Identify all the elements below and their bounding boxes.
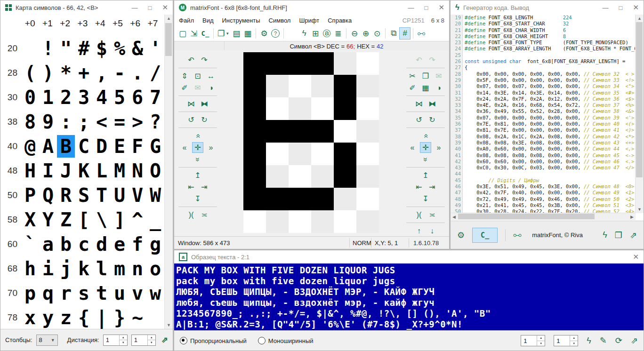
charmap-cell[interactable]: e	[111, 233, 129, 255]
pixel-cell[interactable]	[334, 75, 356, 97]
menu-символ[interactable]: Символ	[269, 17, 291, 24]
charmap-cell[interactable]: @	[21, 135, 39, 158]
charmap-cell[interactable]	[146, 306, 164, 329]
generate-code-icon[interactable]: ϟ	[298, 27, 310, 40]
preview-icon[interactable]: ⧉	[388, 27, 399, 40]
pixel-cell[interactable]	[266, 120, 289, 143]
stepper-down-icon[interactable]: ▼	[148, 340, 155, 345]
rotate-ccw-icon[interactable]: ↺	[185, 114, 197, 125]
align-top-icon[interactable]: ↥	[420, 170, 431, 181]
close-icon[interactable]: ✕	[633, 253, 639, 261]
charmap-cell[interactable]: 0	[21, 86, 39, 109]
scroll-up-icon[interactable]: ▲	[165, 16, 173, 21]
charmap-cell[interactable]: j	[57, 257, 75, 280]
pixel-cell[interactable]	[334, 165, 356, 188]
align-bottom-icon[interactable]: ↧	[192, 193, 203, 204]
flip-horizontal-icon[interactable]: ⋈	[413, 98, 425, 109]
proportional-radio[interactable]: Пропорциональный	[180, 337, 247, 344]
glyph-canvas[interactable]	[243, 52, 379, 233]
scroll-left-icon[interactable]: ◀	[451, 213, 458, 220]
pixel-cell[interactable]	[266, 75, 289, 97]
pixel-cell[interactable]	[289, 165, 311, 188]
scroll-thumb[interactable]	[165, 23, 172, 56]
invert-icon[interactable]: ◑	[205, 82, 217, 93]
charmap-cell[interactable]: 8	[21, 111, 39, 133]
charmap-cell[interactable]: /	[146, 62, 164, 84]
close-icon[interactable]: ✕	[633, 3, 639, 12]
char-width-icon[interactable]: ↔	[205, 71, 217, 81]
align-left-icon[interactable]: ⇤	[185, 182, 197, 192]
charmap-cell[interactable]: 6	[129, 86, 146, 109]
code-vertical-scrollbar[interactable]: ▲ ▼	[635, 15, 644, 213]
charmap-cell[interactable]: u	[111, 282, 129, 304]
refresh-icon[interactable]: ⟳	[615, 335, 622, 346]
distance-x-stepper[interactable]: 1 ▲▼	[103, 335, 128, 346]
pixel-cell[interactable]	[243, 188, 266, 210]
pixel-cell[interactable]	[334, 52, 356, 75]
window-layout-icon[interactable]: ❐▼	[216, 27, 231, 40]
charmap-cell[interactable]: z	[57, 306, 75, 329]
pixel-cell[interactable]	[356, 75, 379, 97]
charmap-cell[interactable]: 2	[57, 86, 75, 109]
pixel-cell[interactable]	[266, 143, 289, 165]
charmap-cell[interactable]: %	[111, 37, 129, 60]
undo-icon[interactable]: ↶	[185, 55, 197, 65]
nudge-up-icon[interactable]: »	[192, 130, 203, 141]
charmap-cell[interactable]: (	[21, 62, 39, 84]
flip-vertical-icon[interactable]: ⧓	[427, 98, 438, 109]
pixel-cell[interactable]	[356, 97, 379, 120]
charmap-cell[interactable]: b	[57, 233, 75, 255]
char-map-icon[interactable]: ⊞	[310, 27, 321, 40]
move-mode-icon[interactable]: ✛	[420, 142, 431, 153]
paste-icon[interactable]: ✉	[433, 71, 444, 81]
charmap-cell[interactable]: &	[129, 37, 146, 60]
redo-icon[interactable]: ↷	[427, 55, 438, 65]
nudge-right-icon[interactable]: »	[205, 142, 217, 153]
move-mode-icon[interactable]: ✛	[192, 142, 203, 153]
rotate-cw-icon[interactable]: ↻	[199, 114, 210, 125]
charmap-cell[interactable]: c	[75, 233, 93, 255]
charmap-cell[interactable]: ?	[146, 111, 164, 133]
scroll-down-icon[interactable]: ▼	[165, 323, 173, 327]
menu-справка[interactable]: Справка	[328, 17, 352, 24]
charmap-cell[interactable]: Q	[39, 184, 57, 207]
export-icon[interactable]: ⇗	[631, 335, 638, 346]
zoom-in-icon[interactable]: ⊕	[360, 27, 371, 40]
distance-y-stepper[interactable]: 1 ▲▼	[131, 335, 156, 346]
gear-icon[interactable]: ⚙	[457, 230, 465, 240]
pixel-cell[interactable]	[334, 210, 356, 233]
charmap-cell[interactable]: s	[75, 282, 93, 304]
brush-icon[interactable]: ✐	[179, 82, 190, 93]
charmap-cell[interactable]: *	[57, 62, 75, 84]
charmap-cell[interactable]: {	[75, 306, 93, 329]
charmap-cell[interactable]: +	[75, 62, 93, 84]
pixel-cell[interactable]	[289, 210, 311, 233]
squeeze-horizontal-icon[interactable]: )(	[185, 209, 197, 220]
maximize-icon[interactable]: □	[619, 4, 623, 11]
stepper-buttons[interactable]: ▲▼	[570, 335, 578, 346]
charmap-cell[interactable]: J	[57, 160, 75, 182]
charmap-cell[interactable]: [	[75, 208, 93, 231]
charmap-cell[interactable]: v	[129, 282, 146, 304]
minimize-icon[interactable]: —	[603, 4, 609, 11]
charmap-cell[interactable]: g	[146, 233, 164, 255]
charmap-cell[interactable]: f	[129, 233, 146, 255]
pixel-cell[interactable]	[266, 97, 289, 120]
charmap-cell[interactable]: <	[93, 111, 111, 133]
monospaced-radio[interactable]: Моноширинный	[258, 337, 314, 344]
charmap-cell[interactable]: P	[21, 184, 39, 207]
undo-icon[interactable]: ↶	[413, 55, 425, 65]
crop-icon[interactable]: ⊡	[192, 71, 203, 81]
stepper-up-icon[interactable]: ▲	[537, 335, 545, 341]
stepper-up-icon[interactable]: ▲	[570, 335, 578, 341]
charmap-cell[interactable]: Z	[57, 208, 75, 231]
charmap-cell-selected[interactable]: B	[57, 135, 75, 158]
menu-файл[interactable]: Файл	[179, 17, 194, 24]
pixel-cell[interactable]	[356, 210, 379, 233]
scroll-thumb[interactable]	[636, 22, 643, 177]
pixel-cell[interactable]	[289, 75, 311, 97]
zoom-out-icon[interactable]: ⊖	[349, 27, 360, 40]
stepper-up-icon[interactable]: ▲	[148, 335, 155, 341]
charmap-cell[interactable]: `	[21, 233, 39, 255]
align-top-icon[interactable]: ↥	[192, 170, 203, 181]
